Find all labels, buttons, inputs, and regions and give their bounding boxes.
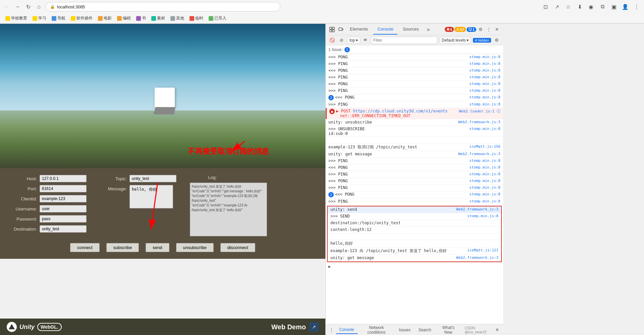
bottom-menu-button[interactable]: ⋮: [328, 326, 335, 334]
bookmark-xuexiao[interactable]: 学校教育: [3, 15, 29, 22]
log-text: <<< PONG: [328, 179, 467, 183]
bottom-tab-issues[interactable]: Issues: [395, 326, 414, 334]
expand-button[interactable]: ↗: [309, 322, 319, 332]
bookmark-linshi[interactable]: 临时: [187, 15, 205, 22]
log-source[interactable]: stomp.min.js:8: [467, 75, 500, 79]
expand-arrow-icon[interactable]: ▶: [328, 264, 331, 269]
home-button[interactable]: ⌂: [35, 3, 43, 11]
subscribe-button[interactable]: subscribe: [106, 243, 139, 252]
bookmark-biancheng[interactable]: 编程: [115, 15, 133, 22]
log-source[interactable]: stomp.min.js:8: [467, 55, 500, 59]
log-text: unity: get message: [330, 255, 453, 260]
log-source[interactable]: stomp.min.js:8: [467, 102, 500, 106]
log-source[interactable]: stomp.min.js:8: [467, 61, 500, 66]
bookmark-label: 软件插件: [76, 15, 93, 21]
log-source[interactable]: stomp.min.js:8: [467, 172, 500, 176]
browser-toolbar-right: ⊡ ↗ ☆ ⬇ ◉ ⧉ ▣ 👤 ⋮: [541, 2, 641, 11]
log-source[interactable]: iceMqtt.js:156: [467, 144, 500, 149]
connect-button[interactable]: connect: [70, 243, 100, 252]
log-source[interactable]: Web2.framework.js:3: [453, 255, 498, 260]
log-source[interactable]: stomp.min.js:8: [467, 199, 500, 203]
log-source[interactable]: stomp.min.js:8: [467, 179, 500, 183]
log-source[interactable]: stomp.min.js:8: [467, 95, 500, 99]
face-button[interactable]: ◉: [586, 2, 596, 11]
log-source[interactable]: Web2.framework.js:3: [455, 152, 500, 156]
log-source[interactable]: stomp.min.js:8: [467, 82, 500, 86]
log-source[interactable]: Web2.framework.js:3: [455, 120, 500, 124]
log-source[interactable]: stomp.min.js:8: [467, 165, 500, 170]
log-source[interactable]: stomp.min.js:8: [467, 158, 500, 163]
host-input[interactable]: [40, 175, 87, 182]
unsubscribe-button[interactable]: unsubscribe: [176, 243, 214, 252]
tab-elements[interactable]: Elements: [346, 25, 372, 35]
username-input[interactable]: [40, 205, 87, 212]
send-button[interactable]: send: [146, 243, 169, 252]
default-levels-dropdown[interactable]: Default levels ▾: [439, 37, 471, 44]
close-bottom-panel-button[interactable]: ✕: [494, 326, 500, 334]
error-link[interactable]: https://cdp.cloud.unity3d.com/v1/events: [353, 109, 448, 113]
window-button[interactable]: ▣: [609, 2, 619, 11]
error-badge: ⊗ 4: [445, 27, 454, 32]
log-source[interactable]: stomp.min.js:8: [467, 68, 500, 73]
forward-button[interactable]: →: [13, 3, 21, 11]
bookmark-xuexi[interactable]: 学习: [31, 15, 48, 22]
log-source[interactable]: stomp.min.js:8: [465, 214, 498, 218]
browser-chrome: ← → ↻ ⌂ 🔒 localhost:3085 ⊡ ↗ ☆ ⬇ ◉ ⧉ ▣ 👤…: [0, 0, 644, 24]
reload-button[interactable]: ↻: [24, 3, 32, 11]
tab-sources[interactable]: Sources: [399, 25, 423, 35]
profile-button[interactable]: 👤: [621, 2, 630, 11]
back-button[interactable]: ←: [3, 3, 11, 11]
username-row: Username:: [10, 205, 87, 212]
top-selector[interactable]: top ▾: [347, 37, 360, 44]
bottom-tab-search[interactable]: Search: [415, 326, 435, 334]
password-input[interactable]: [40, 215, 87, 223]
devtools-second-bar: 🚫 ⊘ top ▾ 👁 Default levels ▾ 4 hidden ⚙: [326, 35, 503, 45]
clear-console-button[interactable]: 🚫: [328, 37, 336, 44]
save-button[interactable]: ⬇: [575, 2, 584, 11]
puzzle-icon[interactable]: ⧉: [598, 2, 607, 11]
log-source[interactable]: stomp.min.js:8: [467, 192, 500, 196]
log-source[interactable]: stomp.min.js:8: [467, 127, 500, 131]
devtools-more-button[interactable]: ⋮: [485, 26, 492, 33]
log-source[interactable]: iceMqtt.js:121: [465, 248, 498, 252]
bookmark-qita[interactable]: 其他: [168, 15, 186, 22]
tab-more-button[interactable]: »: [424, 25, 433, 34]
log-source[interactable]: Web2.framework.js:3: [453, 207, 498, 211]
port-input[interactable]: [40, 185, 87, 192]
tab-console[interactable]: Console: [373, 25, 397, 35]
device-toggle-button[interactable]: [337, 26, 344, 33]
close-devtools-button[interactable]: ✕: [493, 26, 500, 33]
bookmark-daohang[interactable]: 导航: [50, 15, 67, 22]
clientid-input[interactable]: [40, 195, 87, 202]
settings-button[interactable]: ⚙: [477, 26, 484, 33]
bottom-tab-console[interactable]: Console: [336, 326, 358, 334]
share-button[interactable]: ↗: [552, 2, 561, 11]
log-entry-empty: [328, 233, 501, 240]
destination-input[interactable]: [40, 225, 87, 233]
bookmark-yidaoru[interactable]: 已导入: [207, 15, 228, 22]
console-filter-button[interactable]: ⊘: [338, 37, 345, 44]
disconnect-button[interactable]: disconnect: [220, 243, 255, 252]
error-source[interactable]: Web2.loader.js:1 ⓘ: [456, 109, 500, 114]
inspect-element-button[interactable]: [328, 26, 336, 33]
url-text: localhost:3085: [57, 4, 85, 9]
log-source[interactable]: stomp.min.js:8: [467, 185, 500, 190]
log-source[interactable]: stomp.min.js:8: [467, 88, 500, 93]
bottom-tab-whats-new[interactable]: What's New: [436, 324, 461, 335]
bookmark-ruanjian[interactable]: 软件插件: [69, 15, 95, 22]
log-text: <<< PONG: [335, 95, 467, 100]
bookmark-sucai[interactable]: 素材: [149, 15, 167, 22]
console-log[interactable]: <<< PONG stomp.min.js:8 >>> PING stomp.m…: [326, 54, 503, 324]
bookmark-button[interactable]: ☆: [564, 2, 573, 11]
filter-input[interactable]: [371, 37, 437, 44]
bookmark-shu[interactable]: 书: [134, 15, 148, 22]
settings-gear-icon[interactable]: ⚙: [493, 37, 500, 44]
log-entry-send: unity: send Web2.framework.js:3: [328, 206, 501, 213]
unity-cube: [155, 88, 175, 108]
cast-button[interactable]: ⊡: [541, 2, 550, 11]
bottom-tab-network-conditions[interactable]: Network conditions: [359, 324, 394, 335]
bookmark-dianying[interactable]: 电影: [96, 15, 114, 22]
menu-button[interactable]: ⋮: [632, 2, 641, 11]
address-bar[interactable]: 🔒 localhost:3085: [46, 2, 280, 11]
eye-button[interactable]: 👁: [362, 37, 369, 44]
